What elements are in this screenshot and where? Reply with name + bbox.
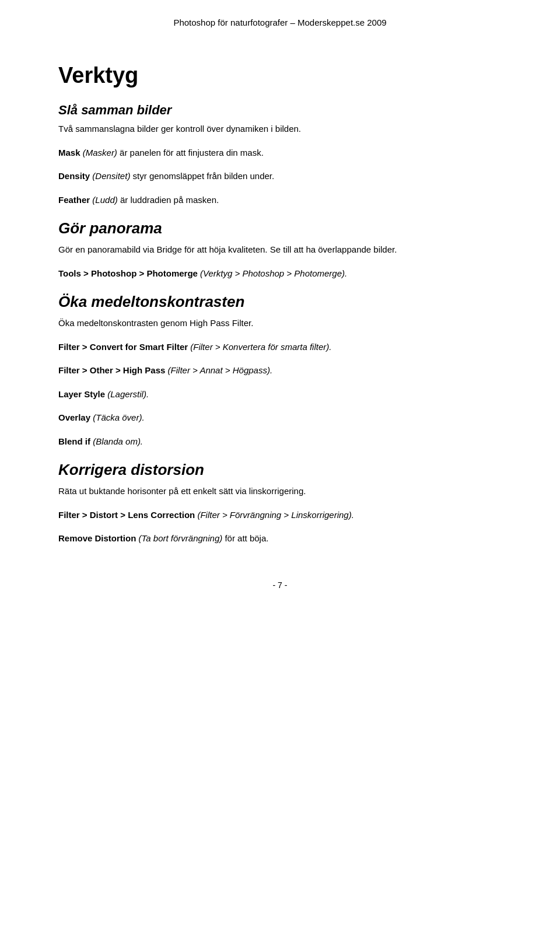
page-header: Photoshop för naturfotografer – Moderske… [47, 18, 513, 34]
page-container: Photoshop för naturfotografer – Moderske… [0, 0, 560, 941]
kor-p3-suffix: för att böja. [222, 533, 268, 543]
oka-p2-italic: (Filter > Konvertera för smarta filter). [190, 342, 331, 352]
page-number: - 7 - [273, 580, 288, 590]
sla-p2-bold: Mask [58, 148, 83, 158]
oka-heading: Öka medeltonskontrasten [58, 293, 502, 311]
sla-p3: Density (Densitet) styr genomsläppet frå… [58, 170, 502, 183]
sla-p4-bold: Feather [58, 195, 92, 205]
oka-p4: Layer Style (Lagerstil). [58, 388, 502, 401]
oka-p1: Öka medeltonskontrasten genom High Pass … [58, 317, 502, 330]
kor-p2-italic: (Filter > Förvrängning > Linskorrigering… [197, 510, 354, 520]
gor-panorama-heading: Gör panorama [58, 219, 502, 237]
oka-p3-italic: (Filter > Annat > Högpass). [168, 365, 273, 375]
sla-p4-suffix: är luddradien på masken. [118, 195, 219, 205]
oka-p4-bold: Layer Style [58, 389, 107, 399]
sla-p2: Mask (Masker) är panelen för att finjust… [58, 146, 502, 160]
sla-p2-suffix: är panelen för att finjustera din mask. [117, 148, 264, 158]
oka-p5: Overlay (Täcka över). [58, 411, 502, 425]
section-sla-samman: Slå samman bilder Två sammanslagna bilde… [58, 103, 502, 207]
oka-p5-italic: (Täcka över). [93, 412, 144, 422]
kor-p3: Remove Distortion (Ta bort förvrängning)… [58, 532, 502, 545]
section-korrigera-distorsion: Korrigera distorsion Räta ut buktande ho… [58, 461, 502, 545]
oka-p5-bold: Overlay [58, 412, 93, 422]
pan-p2-bold: Tools > Photoshop > Photomerge [58, 268, 200, 278]
header-title: Photoshop för naturfotografer – Moderske… [173, 18, 386, 27]
kor-p2: Filter > Distort > Lens Correction (Filt… [58, 509, 502, 522]
pan-p2-italic: (Verktyg > Photoshop > Photomerge). [200, 268, 347, 278]
sla-p4-italic: (Ludd) [92, 195, 117, 205]
pan-p2: Tools > Photoshop > Photomerge (Verktyg … [58, 267, 502, 281]
main-heading: Verktyg [58, 63, 502, 88]
oka-p4-italic: (Lagerstil). [107, 389, 149, 399]
kor-p1: Räta ut buktande horisonter på ett enkel… [58, 485, 502, 498]
sla-p2-italic: (Masker) [83, 148, 117, 158]
korrigera-heading: Korrigera distorsion [58, 461, 502, 479]
section-oka-medeltonskontrasten: Öka medeltonskontrasten Öka medeltonskon… [58, 293, 502, 448]
kor-p3-italic: (Ta bort förvrängning) [139, 533, 223, 543]
section-gor-panorama: Gör panorama Gör en panoramabild via Bri… [58, 219, 502, 280]
kor-p3-bold: Remove Distortion [58, 533, 139, 543]
oka-p6-italic: (Blanda om). [93, 436, 143, 446]
page-footer: - 7 - [47, 580, 513, 590]
sla-p3-bold: Density [58, 171, 92, 181]
oka-p6-bold: Blend if [58, 436, 93, 446]
page-content: Verktyg Slå samman bilder Två sammanslag… [47, 63, 513, 545]
sla-p3-suffix: styr genomsläppet från bilden under. [130, 171, 274, 181]
oka-p6: Blend if (Blanda om). [58, 435, 502, 449]
oka-p3-bold: Filter > Other > High Pass [58, 365, 168, 375]
oka-p2-bold: Filter > Convert for Smart Filter [58, 342, 190, 352]
sla-p4: Feather (Ludd) är luddradien på masken. [58, 194, 502, 207]
sla-p3-italic: (Densitet) [92, 171, 130, 181]
sla-samman-heading: Slå samman bilder [58, 103, 502, 118]
oka-p3: Filter > Other > High Pass (Filter > Ann… [58, 364, 502, 377]
sla-p1: Två sammanslagna bilder ger kontroll öve… [58, 123, 502, 136]
kor-p2-bold: Filter > Distort > Lens Correction [58, 510, 197, 520]
oka-p2: Filter > Convert for Smart Filter (Filte… [58, 341, 502, 354]
pan-p1: Gör en panoramabild via Bridge för att h… [58, 243, 502, 257]
